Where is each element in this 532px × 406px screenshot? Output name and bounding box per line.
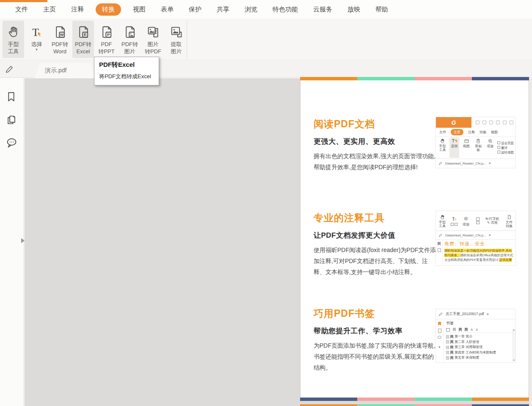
menu-bar: 文件 主页 注释 转换 视图 表单 保护 共享 浏览 特色功能 云服务 放映 帮…	[0, 0, 532, 19]
mini-sidebar: ▼	[436, 319, 444, 362]
menu-protect[interactable]: 保护	[189, 5, 201, 14]
mini-logo: G	[436, 117, 471, 128]
main-menu: 文件 主页 注释 转换 视图 表单 保护 共享 浏览 特色功能 云服务 放映 帮…	[15, 5, 388, 14]
section-body: 拥有出色的文档渲染效果,强大的页面管理功能, 帮助提升效率,是您阅读PDF的理想…	[314, 151, 438, 173]
hand-tool-label-1: 手型	[8, 41, 19, 47]
menu-convert[interactable]: 转换	[96, 3, 121, 16]
menu-form[interactable]: 表单	[161, 5, 174, 14]
menu-present[interactable]: 放映	[347, 5, 360, 14]
screenshot-thumbnail-reader: G 文件 主页 注释 转换 视图	[436, 117, 516, 168]
select-label: 选择	[31, 41, 42, 48]
mini-panel-title: 书签	[446, 321, 513, 326]
navigation-side-panel	[0, 78, 24, 406]
mini-toolbar: 手型工具 Tb 缩放 TI 打字机 ✎ 高亮	[436, 211, 515, 230]
pdf-to-word-label-2: Word	[53, 48, 66, 55]
document-tab[interactable]: 演示.pdf	[35, 63, 96, 78]
menu-comment[interactable]: 注释	[71, 5, 84, 14]
mini-page-heading: 免费、快速、安全	[444, 241, 514, 247]
vertical-scrollbar[interactable]	[529, 78, 532, 406]
page-top-decorative-bar	[300, 77, 529, 80]
extract-image-icon	[169, 24, 184, 41]
menu-view[interactable]: 视图	[133, 5, 146, 14]
section-body: 使用福昕PDF阅读器(foxit reader)为PDF文件添加注释,可对PDF…	[314, 244, 438, 277]
section-read-pdf: 阅读PDF文档 更强大、更实用、更高效 拥有出色的文档渲染效果,强大的页面管理功…	[314, 118, 441, 173]
mini-sidebar	[436, 240, 443, 265]
comments-panel-icon[interactable]	[6, 137, 17, 149]
menu-help[interactable]: 帮助	[375, 5, 388, 14]
document-tab-title: 演示.pdf	[45, 67, 66, 74]
page-bottom-decorative-bar	[300, 398, 529, 401]
mini-toolbar: 手型工具 T◥选择 截图 剪贴板 缩放 适合页面 重排	[436, 136, 515, 159]
ribbon-toolbar: 手型 工具 T 选择 ▾ W PDF转	[0, 19, 532, 60]
select-tool-button[interactable]: T 选择 ▾	[26, 21, 47, 58]
section-heading: 阅读PDF文档	[314, 118, 441, 131]
hand-tool-button[interactable]: 手型 工具	[3, 21, 24, 58]
screenshot-thumbnail-bookmarks: 员工手册_20120917.pdf × ▼ 书签	[436, 309, 516, 363]
image-to-pdf-label-1: 图片	[148, 41, 159, 47]
pdf-to-ppt-label-1: PDF	[101, 41, 112, 47]
select-text-icon: T	[30, 24, 44, 41]
mini-scrollbar: ▲▼	[512, 329, 515, 362]
extract-image-label-1: 提取	[171, 41, 182, 47]
extract-image-label-2: 图片	[171, 48, 182, 55]
image-to-pdf-label-2: 转PDF	[145, 48, 161, 55]
hand-tool-label-2: 工具	[8, 48, 19, 55]
pdf-to-ppt-label-2: 转PPT	[98, 48, 114, 55]
mini-tab-row: 员工手册_20120917.pdf ×	[436, 309, 515, 319]
image-to-pdf-button[interactable]: 图片 转PDF	[142, 21, 164, 58]
menu-features[interactable]: 特色功能	[273, 5, 298, 14]
tooltip-title: PDF转Excel	[99, 61, 154, 69]
select-dropdown-caret-icon[interactable]: ▾	[36, 48, 38, 51]
section-subheading: 帮助您提升工作、学习效率	[314, 326, 441, 336]
image-to-pdf-icon	[146, 24, 160, 41]
pdf-to-image-button[interactable]: PDF转 图片	[119, 21, 141, 58]
mini-tab-row: Datasheet_Reader_CN.p... ×	[436, 230, 515, 239]
pdf-to-ppt-icon: P	[99, 24, 114, 41]
section-annotation-tools: 专业的注释工具 让PDF文档发挥更大价值 使用福昕PDF阅读器(foxit re…	[314, 211, 441, 277]
pdf-to-excel-label-2: Excel	[77, 48, 90, 55]
screenshot-thumbnail-annotation: 手型工具 Tb 缩放 TI 打字机 ✎ 高亮	[436, 211, 516, 266]
pages-panel-icon[interactable]	[6, 114, 17, 126]
pdf-page-2-top-bar	[300, 404, 529, 406]
bookmarks-panel-icon[interactable]	[6, 91, 17, 102]
window-accent-bar	[0, 0, 47, 2]
pdf-to-excel-button[interactable]: E PDF转 Excel	[72, 21, 94, 58]
tooltip-description: 将PDF文档转成Excel	[99, 73, 154, 80]
pdf-to-word-icon: W	[53, 24, 67, 41]
tooltip-pdf-to-excel: PDF转Excel 将PDF文档转成Excel	[94, 57, 159, 85]
mini-tab-row: Datasheet_Reader_CN.p... ×	[436, 159, 515, 167]
svg-text:W: W	[60, 32, 64, 37]
menu-share[interactable]: 共享	[217, 5, 229, 14]
pdf-page-1: 阅读PDF文档 更强大、更实用、更高效 拥有出色的文档渲染效果,强大的页面管理功…	[300, 77, 529, 401]
section-heading: 专业的注释工具	[314, 211, 441, 225]
section-bookmarks: 巧用PDF书签 帮助您提升工作、学习效率 为PDF页面添加书签,除了实现内容的快…	[314, 307, 441, 373]
mini-panel-icons: A A	[446, 327, 513, 333]
extract-image-button[interactable]: 提取 图片	[165, 21, 187, 58]
pdf-to-excel-label-1: PDF转	[75, 41, 91, 47]
pdf-to-word-label-1: PDF转	[52, 41, 68, 47]
svg-text:E: E	[83, 32, 86, 37]
pdf-to-word-button[interactable]: W PDF转 Word	[49, 21, 71, 58]
document-tab-bar: 演示.pdf	[0, 61, 532, 78]
menu-cloud[interactable]: 云服务	[313, 5, 332, 14]
section-subheading: 让PDF文档发挥更大价值	[314, 230, 441, 240]
mini-menu: 文件 主页 注释 转换 视图	[436, 128, 515, 136]
section-body: 为PDF页面添加书签,除了实现内容的快速导航, 书签还能指明不同书签的层级关系,…	[314, 340, 438, 373]
menu-browse[interactable]: 浏览	[245, 5, 257, 14]
annotate-pencil-icon[interactable]	[5, 64, 14, 74]
hand-icon	[7, 24, 20, 41]
svg-text:P: P	[107, 32, 110, 37]
pdf-to-image-label-1: PDF转	[121, 41, 138, 47]
menu-home[interactable]: 主页	[43, 5, 56, 14]
document-canvas: 阅读PDF文档 更强大、更实用、更高效 拥有出色的文档渲染效果,强大的页面管理功…	[25, 78, 529, 406]
section-heading: 巧用PDF书签	[314, 307, 441, 320]
ribbon-separator	[187, 20, 187, 58]
pdf-to-image-icon	[123, 24, 137, 41]
panel-expand-arrow[interactable]	[21, 238, 25, 243]
pdf-to-image-label-2: 图片	[124, 48, 135, 55]
pdf-to-ppt-button[interactable]: P PDF 转PPT	[96, 21, 117, 58]
main-area: 阅读PDF文档 更强大、更实用、更高效 拥有出色的文档渲染效果,强大的页面管理功…	[0, 78, 532, 406]
mini-view-options: 适合页面 重排 旋转视图	[497, 137, 514, 158]
mini-quickbar-icons	[476, 121, 513, 124]
menu-file[interactable]: 文件	[15, 5, 28, 14]
